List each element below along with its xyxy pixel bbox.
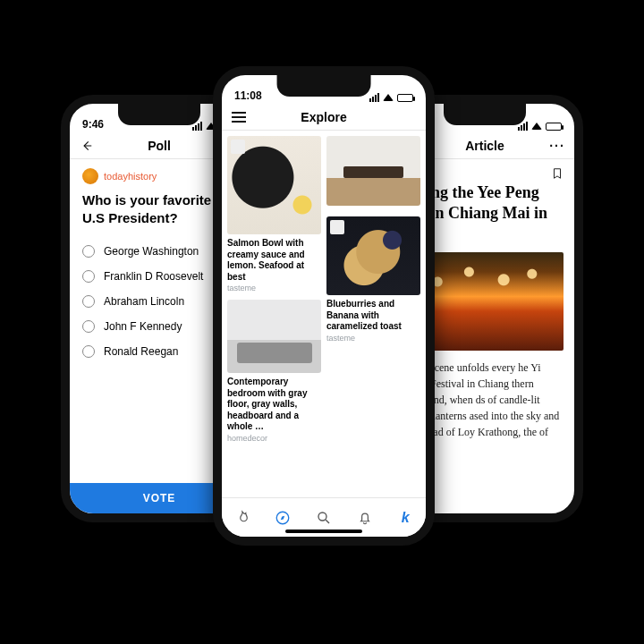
card-source: tasteme [227, 284, 321, 292]
option-label: Abraham Lincoln [104, 295, 184, 308]
home-indicator[interactable] [285, 530, 362, 533]
wifi-icon [383, 94, 394, 101]
back-button[interactable] [77, 136, 97, 156]
notch [118, 104, 200, 125]
compass-icon [275, 510, 291, 526]
battery-icon [546, 123, 562, 131]
tab-search[interactable] [315, 509, 333, 527]
card-source: tasteme [326, 334, 420, 343]
tab-trending[interactable] [233, 509, 251, 527]
status-time: 9:46 [82, 118, 104, 131]
status-icons [518, 122, 562, 131]
tab-explore[interactable] [274, 509, 292, 527]
grid-card[interactable]: Contemporary bedroom with gray floor, gr… [227, 300, 321, 443]
tab-notifications[interactable] [356, 509, 374, 527]
bookmark-icon [551, 166, 564, 181]
radio-icon [82, 320, 95, 333]
grid-card[interactable] [326, 136, 420, 206]
status-icons [369, 93, 413, 102]
radio-icon [82, 345, 95, 358]
fire-icon [234, 510, 250, 526]
notch [277, 75, 371, 97]
grid-card[interactable]: Salmon Bowl with creamy sauce and lemon.… [227, 136, 321, 292]
avatar [82, 168, 98, 184]
card-title: Contemporary bedroom with gray floor, gr… [227, 377, 321, 433]
card-type-icon [330, 220, 344, 234]
card-thumbnail [326, 136, 420, 206]
page-title: Poll [148, 139, 171, 153]
signal-icon [369, 93, 379, 102]
radio-icon [82, 295, 95, 308]
title-bar: Explore [222, 104, 426, 131]
option-label: Ronald Reegan [104, 345, 178, 358]
status-time: 11:08 [234, 89, 262, 102]
page-title: Explore [301, 110, 346, 124]
page-title: Article [465, 139, 504, 153]
card-type-icon [231, 140, 245, 154]
wifi-icon [531, 123, 542, 130]
svg-point-1 [318, 513, 326, 521]
option-label: John F Kennedy [104, 320, 182, 333]
card-title: Salmon Bowl with creamy sauce and lemon.… [227, 238, 321, 283]
hamburger-icon [232, 112, 246, 123]
notch [444, 104, 526, 125]
search-icon [316, 510, 332, 526]
menu-button[interactable] [229, 107, 249, 127]
author-name: todayhistory [104, 171, 157, 182]
bell-icon [357, 510, 373, 526]
option-label: George Washington [104, 245, 199, 258]
more-button[interactable]: ··· [547, 136, 567, 156]
card-source: homedecor [227, 434, 321, 443]
option-label: Franklin D Roosevelt [104, 270, 203, 283]
back-arrow-icon [80, 140, 93, 152]
card-thumbnail [227, 300, 321, 373]
radio-icon [82, 270, 95, 283]
grid-card[interactable]: Blueburries and Banana with caramelized … [326, 216, 420, 343]
radio-icon [82, 245, 95, 258]
tab-profile[interactable]: k [396, 509, 414, 527]
phone-explore: 11:08 Explore Salmon Bowl with creamy sa… [213, 66, 435, 546]
bookmark-button[interactable] [551, 166, 564, 181]
explore-grid[interactable]: Salmon Bowl with creamy sauce and lemon.… [222, 131, 426, 497]
card-title: Blueburries and Banana with caramelized … [326, 299, 420, 333]
battery-icon [397, 94, 413, 102]
